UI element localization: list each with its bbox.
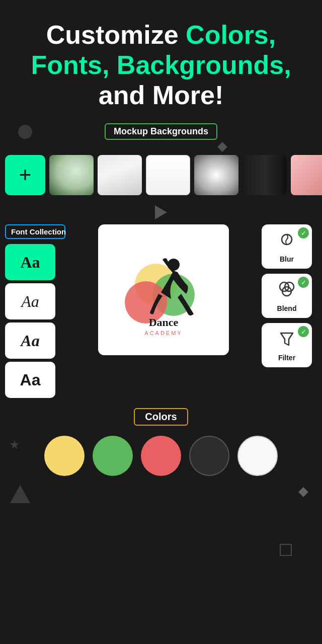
bg-thumbnail-1[interactable] xyxy=(49,155,94,195)
header-text-white-1: Customize xyxy=(46,20,186,49)
font-sample-1: Aa xyxy=(20,253,40,272)
backgrounds-section-header: Mockup Backgrounds xyxy=(0,120,322,150)
color-swatch-green[interactable] xyxy=(93,436,133,476)
backgrounds-label: Mockup Backgrounds xyxy=(105,123,217,140)
color-swatches xyxy=(44,436,278,476)
tool-filter[interactable]: ✓ Filter xyxy=(262,323,312,367)
bg-thumbnail-6[interactable] xyxy=(291,155,322,195)
play-area xyxy=(0,200,322,224)
blur-check: ✓ xyxy=(298,227,309,238)
dance-logo: Dance ACADEMY xyxy=(98,224,229,355)
header-text-white-2: and More! xyxy=(99,80,223,110)
tool-blend[interactable]: ✓ Blend xyxy=(262,274,312,318)
blur-icon xyxy=(278,230,296,252)
bg-thumbnail-5[interactable] xyxy=(243,155,287,195)
header-text-accent-2: Fonts, Backgrounds, xyxy=(31,50,291,79)
font-item-3[interactable]: Aa xyxy=(5,323,55,359)
backgrounds-row: + xyxy=(0,150,322,200)
tool-blur[interactable]: ✓ Blur xyxy=(262,224,312,269)
font-item-2[interactable]: Aa xyxy=(5,283,55,319)
deco-circle-1 xyxy=(18,125,32,139)
color-swatch-yellow[interactable] xyxy=(44,436,85,476)
font-sample-2: Aa xyxy=(21,292,39,311)
header-title: Customize Colors, Fonts, Backgrounds, an… xyxy=(20,20,302,110)
add-background-button[interactable]: + xyxy=(5,155,45,195)
blur-label: Blur xyxy=(280,255,294,263)
play-button[interactable] xyxy=(155,205,167,219)
blend-label: Blend xyxy=(277,304,297,312)
font-sample-3: Aa xyxy=(21,332,39,350)
font-collection-label: Font Collection xyxy=(5,224,65,239)
filter-label: Filter xyxy=(278,354,295,362)
color-swatch-red[interactable] xyxy=(141,436,181,476)
deco-square-1 xyxy=(280,544,292,556)
middle-section: Font Collection Aa Aa Aa Aa xyxy=(0,224,322,398)
color-swatch-dark[interactable] xyxy=(189,436,229,476)
deco-diamond-2 xyxy=(298,487,308,497)
blend-check: ✓ xyxy=(298,277,309,288)
plus-icon: + xyxy=(19,165,32,186)
bg-thumbnail-2[interactable] xyxy=(98,155,142,195)
deco-triangle-1 xyxy=(10,485,30,503)
dance-logo-svg: Dance ACADEMY xyxy=(108,239,219,340)
colors-section: Colors xyxy=(0,398,322,481)
svg-text:ACADEMY: ACADEMY xyxy=(144,330,182,336)
filter-check: ✓ xyxy=(298,326,309,337)
font-item-4[interactable]: Aa xyxy=(5,362,55,398)
filter-icon xyxy=(278,329,296,351)
deco-star-1: ★ xyxy=(9,438,20,452)
preview-box: Dance ACADEMY xyxy=(98,224,229,355)
color-swatch-white[interactable] xyxy=(237,436,278,476)
svg-text:Dance: Dance xyxy=(149,316,179,329)
preview-canvas: Dance ACADEMY xyxy=(70,224,257,355)
header-section: Customize Colors, Fonts, Backgrounds, an… xyxy=(0,0,322,120)
bg-thumbnail-3[interactable] xyxy=(146,155,190,195)
font-collection-panel: Font Collection Aa Aa Aa Aa xyxy=(5,224,65,398)
blend-icon xyxy=(278,280,296,301)
bg-thumbnail-4[interactable] xyxy=(194,155,238,195)
tools-panel: ✓ Blur ✓ Blend ✓ xyxy=(262,224,317,367)
font-item-1[interactable]: Aa xyxy=(5,244,55,280)
colors-label: Colors xyxy=(134,408,188,426)
font-sample-4: Aa xyxy=(20,371,41,389)
header-text-accent-1: Colors, xyxy=(186,20,276,49)
